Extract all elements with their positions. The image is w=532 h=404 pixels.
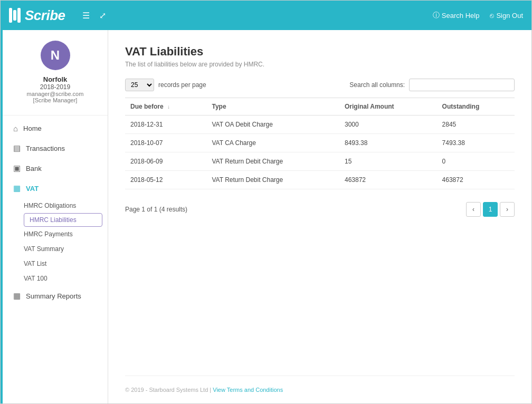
search-help-label: Search Help	[442, 12, 480, 20]
sidebar-sub-item-hmrc-liabilities[interactable]: HMRC Liabilities	[24, 213, 102, 227]
cell-original-amount: 463872	[339, 171, 437, 189]
logo-text: Scribe	[25, 7, 65, 24]
sidebar-item-bank[interactable]: ▣ Bank	[3, 158, 108, 178]
cell-type: VAT OA Debit Charge	[206, 116, 339, 134]
sidebar-sub-item-hmrc-obligations[interactable]: HMRC Obligations	[24, 198, 108, 213]
sign-out-label: Sign Out	[496, 12, 523, 20]
col-type: Type	[206, 98, 339, 116]
cell-type: VAT Return Debit Charge	[206, 171, 339, 189]
org-name: Norfolk	[43, 75, 68, 83]
table-controls: 25 50 100 records per page Search all co…	[125, 79, 515, 91]
home-icon: ⌂	[13, 124, 18, 133]
summary-reports-label: Summary Reports	[26, 292, 81, 300]
sidebar-item-vat[interactable]: ▦ VAT	[3, 178, 108, 198]
records-per-page-label: records per page	[158, 81, 206, 89]
footer-text: © 2019 - Starboard Systems Ltd |	[125, 387, 211, 393]
sidebar-item-summary-reports[interactable]: ▦ Summary Reports	[3, 286, 108, 306]
col-original-amount: Original Amount	[339, 98, 437, 116]
sidebar-nav: ⌂ Home ▤ Transactions ▣ Bank ▦ VAT HMRC	[3, 119, 108, 306]
transactions-icon: ▤	[13, 143, 21, 153]
sign-out-link[interactable]: ⎋ Sign Out	[490, 12, 523, 20]
bank-icon: ▣	[13, 163, 21, 173]
home-label: Home	[23, 124, 42, 132]
cell-due-before: 2018-10-07	[125, 134, 206, 152]
sidebar-sub-item-hmrc-payments[interactable]: HMRC Payments	[24, 227, 108, 242]
sidebar-sub-item-vat-list[interactable]: VAT List	[24, 256, 108, 271]
cell-due-before: 2018-06-09	[125, 152, 206, 171]
cell-original-amount: 3000	[339, 116, 437, 134]
cell-outstanding: 0	[437, 152, 515, 171]
avatar: N	[41, 41, 70, 70]
logo-area: Scribe ☰ ⤢	[9, 7, 433, 24]
sort-arrow: ↓	[167, 104, 170, 110]
search-area: Search all columns:	[349, 79, 515, 91]
page-title: VAT Liabilities	[125, 45, 515, 59]
sidebar-sub-item-vat-summary[interactable]: VAT Summary	[24, 242, 108, 256]
cell-original-amount: 8493.38	[339, 134, 437, 152]
question-icon: ⓘ	[433, 11, 440, 20]
pagination-controls: ‹ 1 ›	[466, 202, 515, 217]
vat-icon: ▦	[13, 184, 21, 193]
terms-link[interactable]: View Terms and Conditions	[213, 387, 283, 393]
sidebar-item-home[interactable]: ⌂ Home	[3, 119, 108, 138]
records-per-page-select[interactable]: 25 50 100	[125, 79, 154, 91]
main-body: N Norfolk 2018-2019 manager@scribe.com […	[1, 30, 531, 403]
cell-outstanding: 463872	[437, 171, 515, 189]
page-info: Page 1 of 1 (4 results)	[125, 206, 187, 213]
expand-icon[interactable]: ⤢	[99, 11, 106, 21]
table-row: 2018-12-31 VAT OA Debit Charge 3000 2845	[125, 116, 515, 134]
user-role: [Scribe Manager]	[33, 97, 78, 103]
table-body: 2018-12-31 VAT OA Debit Charge 3000 2845…	[125, 116, 515, 189]
search-input[interactable]	[409, 79, 515, 91]
page-1-button[interactable]: 1	[483, 202, 498, 217]
col-due-before[interactable]: Due before ↓	[125, 98, 206, 116]
cell-type: VAT CA Charge	[206, 134, 339, 152]
content-area: VAT Liabilities The list of liabilities …	[108, 30, 531, 403]
cell-type: VAT Return Debit Charge	[206, 152, 339, 171]
records-per-page-control: 25 50 100 records per page	[125, 79, 206, 91]
vat-label: VAT	[26, 185, 39, 193]
bank-label: Bank	[26, 165, 42, 172]
cell-due-before: 2018-12-31	[125, 116, 206, 134]
sidebar: N Norfolk 2018-2019 manager@scribe.com […	[3, 30, 108, 403]
table-row: 2018-06-09 VAT Return Debit Charge 15 0	[125, 152, 515, 171]
app-frame: Scribe ☰ ⤢ ⓘ Search Help ⎋ Sign Out N No…	[0, 0, 532, 404]
nav-icons: ☰ ⤢	[82, 11, 106, 21]
menu-icon[interactable]: ☰	[82, 11, 90, 21]
transactions-label: Transactions	[26, 145, 65, 152]
sidebar-item-transactions[interactable]: ▤ Transactions	[3, 138, 108, 158]
sidebar-divider	[3, 115, 108, 116]
cell-due-before: 2018-05-12	[125, 171, 206, 189]
vat-sub-nav: HMRC Obligations HMRC Liabilities HMRC P…	[3, 198, 108, 286]
next-page-button[interactable]: ›	[500, 202, 515, 217]
cell-outstanding: 2845	[437, 116, 515, 134]
logo-icon	[9, 8, 21, 23]
user-email: manager@scribe.com	[27, 91, 84, 97]
col-outstanding: Outstanding	[437, 98, 515, 116]
cell-original-amount: 15	[339, 152, 437, 171]
cell-outstanding: 7493.38	[437, 134, 515, 152]
prev-page-button[interactable]: ‹	[466, 202, 481, 217]
table-row: 2018-05-12 VAT Return Debit Charge 46387…	[125, 171, 515, 189]
page-subtitle: The list of liabilities below are provid…	[125, 61, 515, 68]
top-nav: Scribe ☰ ⤢ ⓘ Search Help ⎋ Sign Out	[1, 1, 531, 30]
sign-out-icon: ⎋	[490, 12, 494, 20]
content-footer: © 2019 - Starboard Systems Ltd | View Te…	[125, 376, 515, 393]
search-help-link[interactable]: ⓘ Search Help	[433, 11, 480, 20]
data-table: Due before ↓ Type Original Amount Outsta…	[125, 98, 515, 189]
table-header-row: Due before ↓ Type Original Amount Outsta…	[125, 98, 515, 116]
org-year: 2018-2019	[40, 83, 70, 91]
search-label: Search all columns:	[349, 81, 405, 89]
summary-reports-icon: ▦	[13, 291, 21, 301]
sidebar-sub-item-vat-100[interactable]: VAT 100	[24, 271, 108, 286]
nav-right: ⓘ Search Help ⎋ Sign Out	[433, 11, 523, 20]
pagination-area: Page 1 of 1 (4 results) ‹ 1 ›	[125, 202, 515, 217]
table-row: 2018-10-07 VAT CA Charge 8493.38 7493.38	[125, 134, 515, 152]
